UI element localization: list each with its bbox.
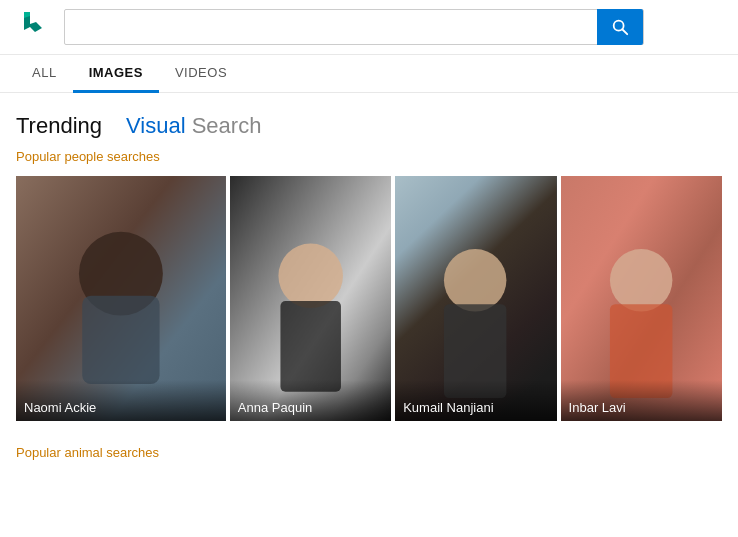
svg-point-12 [610,249,672,311]
svg-line-1 [622,29,627,34]
tab-videos[interactable]: VIDEOS [159,55,243,93]
svg-point-6 [278,244,343,309]
svg-rect-7 [280,301,341,392]
search-label: Search [186,113,262,138]
bing-logo[interactable] [16,8,64,46]
header [0,0,738,55]
section-tabs: Trending Visual Search [16,113,722,139]
animal-subtitle: Popular animal searches [16,445,722,460]
people-subtitle: Popular people searches [16,149,722,164]
search-bar [64,9,644,45]
tab-all[interactable]: ALL [16,55,73,93]
person-card-inbar[interactable]: Inbar Lavi [561,176,722,421]
person-card-kumail[interactable]: Kumail Nanjiani [395,176,556,421]
people-grid: Naomi Ackie [16,176,722,421]
person-card-naomi[interactable]: Naomi Ackie [16,176,226,421]
search-icon [611,18,629,36]
search-input[interactable] [65,19,597,36]
tab-images[interactable]: IMAGES [73,55,159,93]
person-label-anna: Anna Paquin [230,380,391,421]
person-card-anna[interactable]: Anna Paquin [230,176,391,421]
tab-visual-search[interactable]: Visual Search [126,113,261,139]
svg-point-9 [444,249,506,311]
visual-label: Visual [126,113,186,138]
person-label-inbar: Inbar Lavi [561,380,722,421]
svg-rect-4 [82,296,159,384]
person-label-kumail: Kumail Nanjiani [395,380,556,421]
search-button[interactable] [597,9,643,45]
person-label-naomi: Naomi Ackie [16,380,226,421]
tab-trending[interactable]: Trending [16,113,102,139]
nav-tabs: ALL IMAGES VIDEOS [0,55,738,93]
main-content: Trending Visual Search Popular people se… [0,93,738,480]
